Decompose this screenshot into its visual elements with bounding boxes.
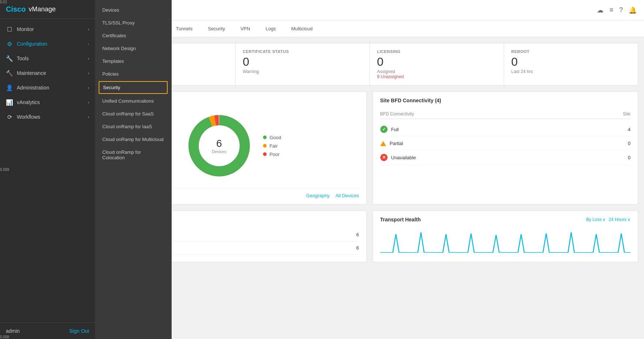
transport-controls: By Loss ∨ 24 Hours ∨ (586, 217, 630, 222)
chevron-right-icon: › (88, 27, 89, 31)
site-bfd-title: Site BFD Connectivity (4) (380, 98, 631, 103)
submenu-item-unified-comms[interactable]: Unified Communications (95, 95, 171, 107)
menu-icon[interactable]: ≡ (609, 6, 613, 14)
bfd-row-unavailable: ✕ Unavailable 0 (380, 150, 631, 165)
bfd-unavailable-count: 0 (628, 155, 630, 160)
submenu-item-devices[interactable]: Devices (95, 4, 171, 16)
transport-header: Transport Health By Loss ∨ 24 Hours ∨ (380, 217, 631, 222)
vmanage-title: vManage (28, 5, 56, 13)
stat-label-certificate: CERTIFICATE STATUS (243, 49, 362, 54)
bfd-row-full: ✓ Full 4 (380, 122, 631, 137)
stat-card-certificate: CERTIFICATE STATUS 0 Warning (236, 43, 370, 85)
legend-item-fair: Fair (263, 143, 281, 149)
submenu-item-network-design[interactable]: Network Design (95, 42, 171, 55)
legend-label-good: Good (270, 135, 281, 140)
bfd-table: BFD Connectivity Site ✓ Full 4 Partial 0 (380, 109, 631, 165)
bfd-unavailable-label: Unavailable (391, 155, 628, 160)
bfd-partial-icon (380, 141, 386, 146)
notifications-icon[interactable]: 🔔 (629, 6, 637, 14)
tab-security[interactable]: Security (202, 23, 231, 34)
stat-label-licensing: LICENSING (377, 49, 496, 54)
donut-center-label: Devices (212, 149, 226, 154)
tabs-bar: Overview Devices Tunnels Security VPN Lo… (95, 20, 644, 37)
chevron-right-icon: › (88, 42, 89, 46)
bfd-full-icon: ✓ (380, 126, 388, 133)
bfd-table-header: BFD Connectivity Site (380, 109, 631, 119)
tab-multicloud[interactable]: Multicloud (285, 23, 319, 34)
bfd-partial-label: Partial (390, 141, 628, 146)
bfd-unavailable-icon: ✕ (380, 154, 388, 161)
submenu-item-certificates[interactable]: Certificates (95, 29, 171, 42)
help-icon[interactable]: ? (619, 6, 623, 14)
submenu-item-cloud-multicloud[interactable]: Cloud onRamp for Multicloud (95, 133, 171, 146)
submenu-item-tls-ssl[interactable]: TLS/SSL Proxy (95, 16, 171, 29)
donut-center: 6 Devices (212, 138, 226, 154)
all-devices-link[interactable]: All Devices (335, 193, 359, 198)
stat-card-licensing: LICENSING 0 Assigned 9 Unassigned (370, 43, 504, 85)
lower-grid: Device Health (101, 91, 638, 262)
tab-vpn[interactable]: VPN (234, 23, 256, 34)
stat-sublabel-licensing: Assigned (377, 69, 496, 74)
stat-value-certificate: 0 (243, 56, 362, 68)
bfd-row-partial: Partial 0 (380, 137, 631, 150)
chevron-right-icon: › (88, 56, 89, 61)
topbar-icons: ☁ ≡ ? 🔔 (597, 6, 637, 14)
donut-chart: 6 Devices (186, 113, 252, 179)
stats-row: DEVICES able CERTIFICATE STATUS 0 Warnin… (101, 43, 638, 85)
submenu-item-cloud-colocation[interactable]: Cloud onRamp for Colocation (95, 146, 171, 164)
submenu-item-security[interactable]: Security (99, 81, 168, 94)
transport-health-card: Transport Health By Loss ∨ 24 Hours ∨ (373, 210, 639, 262)
chevron-right-icon: › (88, 115, 89, 119)
site-bfd-card: Site BFD Connectivity (4) BFD Connectivi… (373, 91, 639, 205)
sidebar-item-label: Workflows (17, 114, 40, 120)
submenu-item-cloud-iaas[interactable]: Cloud onRamp for IaaS (95, 120, 171, 133)
bfd-full-label: Full (391, 127, 628, 132)
submenu-item-cloud-saas[interactable]: Cloud onRamp for SaaS (95, 107, 171, 120)
24-hours-control[interactable]: 24 Hours ∨ (609, 217, 630, 222)
sparkline-chart (380, 227, 631, 256)
main-content: Monitor • Overview ☁ ≡ ? 🔔 Overview Devi… (95, 0, 644, 339)
sidebar-item-label: Configuration (17, 41, 47, 47)
legend-item-poor: Poor (263, 152, 281, 157)
stat-sublabel-certificate: Warning (243, 69, 362, 74)
transport-sparkline-svg (380, 227, 631, 256)
inventory-authorized-value: 6 (356, 245, 359, 251)
cloud-icon[interactable]: ☁ (597, 6, 603, 14)
health-legend: Good Fair Poor (263, 135, 281, 157)
legend-label-fair: Fair (270, 143, 278, 149)
stat-sublabel-reboot: Last 24 hrs (511, 69, 631, 74)
stat-label-reboot: REBOOT (511, 49, 631, 54)
dashboard: DEVICES able CERTIFICATE STATUS 0 Warnin… (95, 37, 644, 339)
tab-tunnels[interactable]: Tunnels (169, 23, 199, 34)
signout-button[interactable]: Sign Out (69, 328, 89, 334)
bfd-full-count: 4 (628, 127, 630, 132)
sidebar-item-label: Administration (17, 85, 49, 91)
legend-dot-good (263, 136, 267, 139)
sidebar-item-label: Maintenance (17, 70, 46, 76)
topbar: Monitor • Overview ☁ ≡ ? 🔔 (95, 0, 644, 20)
tab-logs[interactable]: Logs (259, 23, 282, 34)
chevron-right-icon: › (88, 85, 89, 90)
transport-chart-area: 0.01 0.009 0.008 (380, 227, 631, 256)
sidebar-item-label: Tools (17, 56, 29, 61)
donut-center-value: 6 (212, 138, 226, 149)
submenu-item-policies[interactable]: Policies (95, 68, 171, 80)
chevron-right-icon: › (88, 71, 89, 75)
legend-label-poor: Poor (270, 152, 279, 157)
bfd-col2-header: Site (623, 111, 630, 117)
chevron-down-icon: ∨ (627, 217, 630, 222)
geography-link[interactable]: Geography (306, 193, 329, 198)
bfd-partial-count: 0 (628, 141, 630, 146)
inventory-total-value: 6 (356, 232, 359, 237)
submenu-item-templates[interactable]: Templates (95, 55, 171, 68)
by-loss-control[interactable]: By Loss ∨ (586, 217, 606, 222)
stat-value-licensing: 0 (377, 56, 496, 68)
chevron-down-icon: ∨ (602, 217, 606, 222)
sidebar-item-label: Monitor (17, 26, 34, 32)
sidebar-item-label: vAnalytics (17, 99, 40, 105)
transport-health-title: Transport Health (380, 217, 421, 222)
stat-sublabel2-licensing: 9 Unassigned (377, 74, 496, 79)
submenu-panel: Devices TLS/SSL Proxy Certificates Netwo… (95, 0, 172, 339)
legend-item-good: Good (263, 135, 281, 140)
stat-value-reboot: 0 (511, 56, 631, 68)
